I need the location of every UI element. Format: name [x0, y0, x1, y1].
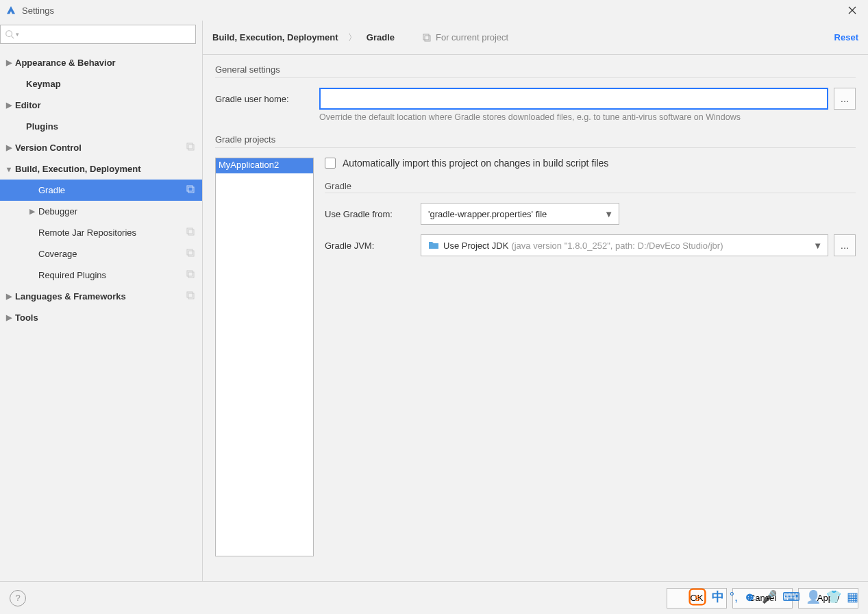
svg-rect-8	[187, 249, 193, 255]
svg-text:S: S	[695, 594, 699, 602]
divider	[325, 193, 856, 193]
ellipsis-icon: …	[841, 94, 850, 104]
svg-rect-2	[187, 143, 193, 149]
app-icon	[5, 5, 16, 16]
gradle-jvm-select[interactable]: Use Project JDK (java version "1.8.0_252…	[421, 234, 828, 256]
auto-import-label: Automatically import this project on cha…	[343, 158, 608, 169]
window-title: Settings	[22, 5, 842, 16]
chevron-down-icon: ▼	[604, 209, 613, 219]
tree-item-coverage[interactable]: Coverage	[0, 243, 202, 265]
gradle-jvm-detail: (java version "1.8.0_252", path: D:/DevE…	[511, 241, 723, 251]
ime-mic-icon[interactable]: 🎤	[762, 589, 777, 604]
tree-item-languages-frameworks[interactable]: ▶Languages & Frameworks	[0, 286, 202, 307]
search-icon	[5, 29, 14, 39]
search-input[interactable]: ▾	[0, 25, 196, 44]
ime-punct-icon[interactable]: °,	[730, 590, 738, 604]
gradle-subsection-title: Gradle	[325, 181, 856, 191]
help-icon: ?	[15, 593, 20, 603]
svg-rect-3	[188, 145, 194, 150]
divider	[215, 147, 856, 148]
tree-item-debugger[interactable]: ▶Debugger	[0, 201, 202, 222]
copy-icon	[186, 142, 195, 154]
gradle-user-home-label: Gradle user home:	[215, 94, 319, 104]
ime-shirt-icon[interactable]: 👕	[826, 589, 841, 604]
jvm-browse-button[interactable]: …	[834, 234, 856, 256]
svg-line-1	[12, 36, 14, 39]
content-header: Build, Execution, Deployment 〉 Gradle Fo…	[203, 21, 868, 55]
gradle-projects-title: Gradle projects	[215, 134, 856, 145]
content-panel: Build, Execution, Deployment 〉 Gradle Fo…	[203, 21, 868, 581]
use-gradle-from-label: Use Gradle from:	[325, 209, 421, 219]
sidebar: ▾ ▶Appearance & BehaviorKeymap▶EditorPlu…	[0, 21, 203, 581]
tree-item-version-control[interactable]: ▶Version Control	[0, 137, 202, 158]
tree-item-plugins[interactable]: Plugins	[0, 116, 202, 137]
svg-rect-9	[188, 251, 194, 256]
title-bar: Settings	[0, 0, 868, 21]
breadcrumb: Build, Execution, Deployment 〉 Gradle	[212, 31, 395, 44]
sogou-icon: S	[689, 588, 706, 606]
ime-tray: S 中 °, ☻ 🎤 ⌨ 👤 👕 ▦	[689, 588, 858, 606]
ime-lang[interactable]: 中	[712, 589, 724, 605]
tree-item-required-plugins[interactable]: Required Plugins	[0, 265, 202, 286]
chevron-down-icon: ▼	[813, 241, 822, 251]
help-button[interactable]: ?	[10, 590, 26, 606]
use-gradle-from-select[interactable]: 'gradle-wrapper.properties' file ▼	[421, 203, 619, 225]
project-list-item[interactable]: MyApplication2	[216, 158, 313, 173]
ime-smile-icon[interactable]: ☻	[743, 590, 756, 604]
breadcrumb-separator-icon: 〉	[348, 32, 357, 42]
gradle-jvm-value: Use Project JDK	[443, 241, 508, 251]
project-list[interactable]: MyApplication2	[215, 158, 314, 556]
ime-grid-icon[interactable]: ▦	[847, 589, 858, 604]
gradle-jvm-label: Gradle JVM:	[325, 241, 421, 251]
breadcrumb-child: Gradle	[367, 32, 395, 42]
svg-rect-5	[188, 187, 194, 193]
tree-item-keymap[interactable]: Keymap	[0, 73, 202, 95]
copy-icon	[186, 227, 195, 238]
tree-item-appearance-behavior[interactable]: ▶Appearance & Behavior	[0, 52, 202, 73]
browse-button[interactable]: …	[834, 88, 856, 110]
folder-icon	[428, 241, 439, 250]
ime-user-icon[interactable]: 👤	[806, 589, 821, 604]
use-gradle-from-value: 'gradle-wrapper.properties' file	[428, 209, 547, 219]
svg-rect-12	[187, 292, 193, 297]
copy-icon	[186, 248, 195, 260]
gradle-user-home-input[interactable]	[319, 88, 828, 110]
tree-item-editor[interactable]: ▶Editor	[0, 95, 202, 116]
tree-item-remote-jar-repositories[interactable]: Remote Jar Repositories	[0, 222, 202, 243]
svg-point-0	[6, 31, 12, 37]
divider	[215, 77, 856, 78]
svg-rect-13	[188, 293, 194, 299]
tree-item-tools[interactable]: ▶Tools	[0, 307, 202, 328]
svg-rect-7	[188, 230, 194, 235]
reset-link[interactable]: Reset	[834, 32, 858, 42]
copy-icon	[186, 269, 195, 281]
gradle-user-home-hint: Override the default location where Grad…	[215, 112, 856, 122]
svg-rect-6	[187, 228, 193, 234]
content-body: General settings Gradle user home: … Ove…	[203, 55, 868, 581]
general-settings-title: General settings	[215, 64, 856, 75]
svg-rect-15	[425, 36, 430, 41]
svg-rect-4	[187, 186, 193, 191]
tree-item-gradle[interactable]: Gradle	[0, 180, 202, 201]
breadcrumb-parent: Build, Execution, Deployment	[212, 32, 338, 42]
tree-item-build-execution-deployment[interactable]: ▼Build, Execution, Deployment	[0, 158, 202, 180]
copy-icon	[422, 33, 432, 42]
auto-import-checkbox[interactable]	[325, 158, 336, 169]
close-icon	[848, 6, 856, 14]
ellipsis-icon: …	[841, 241, 850, 251]
svg-rect-10	[187, 271, 193, 276]
search-dropdown-icon: ▾	[16, 31, 19, 38]
settings-tree: ▶Appearance & BehaviorKeymap▶EditorPlugi…	[0, 48, 202, 328]
svg-rect-14	[423, 34, 429, 40]
ime-keyboard-icon[interactable]: ⌨	[782, 589, 800, 604]
close-button[interactable]	[842, 0, 863, 21]
copy-icon	[186, 184, 195, 196]
project-detail: Automatically import this project on cha…	[325, 158, 856, 556]
copy-icon	[186, 291, 195, 302]
svg-rect-11	[188, 272, 194, 278]
for-current-project: For current project	[422, 32, 508, 42]
